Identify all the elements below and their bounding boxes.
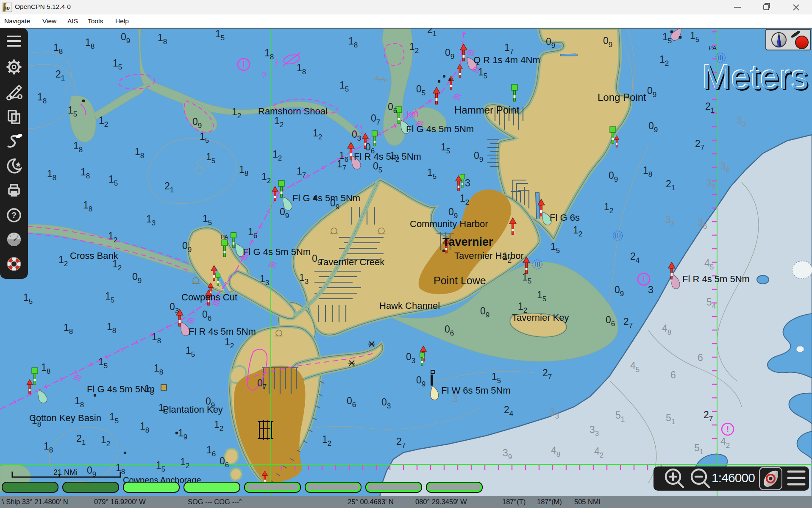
svg-text:Cotton Key Basin: Cotton Key Basin xyxy=(29,413,101,423)
svg-text:Fl G 4s 5m 5Nm: Fl G 4s 5m 5Nm xyxy=(292,193,360,203)
svg-text:?: ? xyxy=(11,210,17,220)
svg-text:Hammer Point: Hammer Point xyxy=(454,104,520,116)
svg-text:Fl W 6s 5m 5Nm: Fl W 6s 5m 5Nm xyxy=(441,385,511,396)
svg-text:o: o xyxy=(7,5,10,11)
svg-text:Fl G 6s: Fl G 6s xyxy=(550,212,580,223)
svg-text:Tavernier Creek: Tavernier Creek xyxy=(319,257,385,267)
svg-text:Cross Bank: Cross Bank xyxy=(70,250,119,261)
svg-text:Cowpens Cut: Cowpens Cut xyxy=(181,292,237,303)
svg-text:i: i xyxy=(275,58,277,67)
svg-text:!: ! xyxy=(642,274,645,284)
svg-text:!: ! xyxy=(726,424,729,434)
svg-text:PA: PA xyxy=(221,233,228,240)
svg-text:PA: PA xyxy=(709,44,717,51)
svg-text:1:46000: 1:46000 xyxy=(712,471,755,485)
svg-text:Plantation Key: Plantation Key xyxy=(163,404,223,415)
svg-text:Fl R 4s 5m 5Nm: Fl R 4s 5m 5Nm xyxy=(354,151,421,162)
svg-text:Fl G 4s 5m 5Nm: Fl G 4s 5m 5Nm xyxy=(243,247,311,257)
svg-text:Tavernier Harbor: Tavernier Harbor xyxy=(454,250,524,261)
svg-text:Point Lowe: Point Lowe xyxy=(434,275,486,286)
svg-text:km: km xyxy=(407,109,419,119)
svg-text:Long Point: Long Point xyxy=(598,92,646,103)
svg-text:3: 3 xyxy=(465,178,470,189)
svg-text:Hawk Channel: Hawk Channel xyxy=(379,300,440,311)
svg-text:Fl R 4s 5m 5Nm: Fl R 4s 5m 5Nm xyxy=(682,274,750,284)
svg-text:Fl R 4s 5m 5Nm: Fl R 4s 5m 5Nm xyxy=(189,326,256,337)
svg-text:Fl G 4s 5m 5Nm: Fl G 4s 5m 5Nm xyxy=(406,124,474,134)
svg-text:Tavernier Key: Tavernier Key xyxy=(512,312,569,323)
svg-text:Community Harbor: Community Harbor xyxy=(410,219,488,229)
svg-text:Tavernier: Tavernier xyxy=(442,236,493,248)
svg-text:6: 6 xyxy=(698,352,703,363)
svg-text:Ramshorn Shoal: Ramshorn Shoal xyxy=(258,106,328,117)
svg-text:3: 3 xyxy=(648,284,653,295)
svg-text:?: ? xyxy=(262,71,266,80)
svg-text:!: ! xyxy=(242,59,245,69)
svg-text:6: 6 xyxy=(670,369,676,380)
svg-text:Fl G 4s 5m 5Nm: Fl G 4s 5m 5Nm xyxy=(87,384,155,394)
svg-text:21 NMi: 21 NMi xyxy=(53,468,78,477)
svg-text:Q R 1s 4m 4Nm: Q R 1s 4m 4Nm xyxy=(473,55,540,65)
